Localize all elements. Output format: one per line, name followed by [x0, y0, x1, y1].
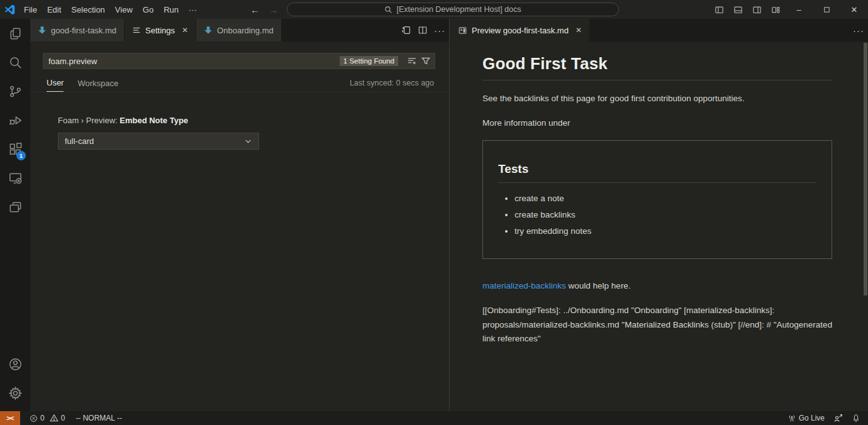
navigate-forward-button[interactable]: →	[269, 4, 278, 15]
search-icon	[384, 6, 392, 14]
results-count-badge: 1 Setting Found	[340, 56, 398, 66]
toggle-secondary-sidebar-button[interactable]	[747, 0, 766, 19]
tab-label: good-first-task.md	[51, 26, 116, 35]
menu-edit[interactable]: Edit	[42, 3, 66, 16]
settings-editor: 1 Setting Found User Workspace Last sync…	[30, 41, 449, 150]
editor-group-left: good-first-task.md Settings ✕ Onboarding…	[30, 19, 450, 411]
vscode-window: File Edit Selection View Go Run ··· ← → …	[0, 0, 868, 425]
link-references-paragraph: [[Onboarding#Tests]: ../Onboarding.md "O…	[482, 304, 835, 346]
open-settings-json-icon[interactable]	[401, 25, 411, 35]
close-tab-icon[interactable]: ✕	[576, 26, 582, 35]
tests-heading: Tests	[498, 162, 816, 183]
menu-more-button[interactable]: ···	[184, 3, 202, 16]
open-preview-icon	[458, 26, 467, 35]
tab-bar-right: Preview good-first-task.md ✕ ···	[450, 19, 868, 41]
tab-settings[interactable]: Settings ✕	[125, 19, 196, 41]
close-tab-icon[interactable]: ✕	[182, 26, 188, 35]
setting-category: Foam › Preview:	[58, 116, 120, 125]
customize-layout-button[interactable]	[766, 0, 785, 19]
filter-icon[interactable]	[421, 56, 431, 66]
feedback-icon	[833, 414, 843, 423]
tab-bar-left: good-first-task.md Settings ✕ Onboarding…	[30, 19, 449, 41]
notifications-button[interactable]	[847, 411, 868, 425]
materialized-backlinks-link[interactable]: materialized-backlinks	[482, 281, 566, 290]
preview-paragraph: More information under	[482, 117, 832, 130]
link-suffix-text: would help here.	[566, 281, 631, 290]
account-icon[interactable]	[0, 350, 30, 378]
broadcast-icon	[787, 414, 796, 422]
command-center-search[interactable]: [Extension Development Host] docs	[287, 3, 619, 16]
tab-label: Preview good-first-task.md	[472, 26, 569, 35]
settings-search-input[interactable]	[48, 57, 340, 66]
embedded-note-card: Tests create a note create backlinks try…	[482, 140, 832, 259]
explorer-icon[interactable]	[0, 19, 30, 48]
source-control-icon[interactable]	[0, 77, 30, 106]
toggle-primary-sidebar-button[interactable]	[709, 0, 728, 19]
vscode-logo-icon	[0, 4, 19, 15]
more-actions-icon[interactable]: ···	[853, 25, 864, 36]
menu-go[interactable]: Go	[138, 3, 159, 16]
extensions-badge: 1	[16, 151, 26, 160]
tab-preview-good-first-task[interactable]: Preview good-first-task.md ✕	[450, 19, 589, 41]
more-actions-icon[interactable]: ···	[434, 25, 445, 36]
activity-bar: 1	[0, 19, 30, 411]
warning-icon	[50, 414, 58, 422]
scope-tab-user[interactable]: User	[47, 78, 64, 92]
clear-search-icon[interactable]	[407, 56, 417, 66]
vim-mode-indicator[interactable]: -- NORMAL --	[69, 414, 128, 422]
tab-label: Onboarding.md	[217, 26, 274, 35]
feedback-button[interactable]	[829, 411, 847, 425]
command-center-label: [Extension Development Host] docs	[396, 5, 521, 14]
extensions-icon[interactable]: 1	[0, 135, 30, 163]
tab-good-first-task[interactable]: good-first-task.md	[30, 19, 124, 41]
error-icon	[30, 414, 38, 422]
dropdown-value: full-card	[65, 136, 94, 146]
tab-onboarding[interactable]: Onboarding.md	[196, 19, 281, 41]
markdown-icon	[204, 26, 213, 35]
divider	[30, 92, 449, 92]
backlinks-paragraph: materialized-backlinks would help here.	[482, 280, 832, 292]
settings-editor-icon	[132, 26, 141, 35]
title-bar: File Edit Selection View Go Run ··· ← → …	[0, 0, 868, 19]
bell-icon	[852, 414, 860, 422]
maximize-window-button[interactable]	[813, 0, 840, 19]
last-synced-label: Last synced: 0 secs ago	[350, 79, 434, 91]
search-sidebar-icon[interactable]	[0, 48, 30, 77]
status-bar: >< 0 0 -- NORMAL -- Go Live	[0, 411, 868, 425]
editor-group-right: Preview good-first-task.md ✕ ··· Good Fi…	[450, 19, 868, 411]
setting-embed-note-type: Foam › Preview: Embed Note Type full-car…	[58, 116, 435, 150]
setting-name: Embed Note Type	[120, 116, 188, 125]
settings-search-box[interactable]: 1 Setting Found	[43, 53, 435, 69]
scope-tab-workspace[interactable]: Workspace	[77, 79, 118, 92]
settings-gear-icon[interactable]	[0, 378, 30, 407]
warning-count: 0	[61, 414, 65, 422]
navigate-back-button[interactable]: ←	[250, 4, 260, 15]
menu-view[interactable]: View	[110, 3, 138, 16]
remote-explorer-icon[interactable]	[0, 163, 30, 192]
preview-paragraph: See the backlinks of this page for good …	[482, 92, 832, 105]
menu-run[interactable]: Run	[159, 3, 184, 16]
markdown-preview[interactable]: Good First Task See the backlinks of thi…	[450, 41, 868, 411]
problems-status[interactable]: 0 0	[25, 411, 69, 425]
embed-note-type-dropdown[interactable]: full-card	[58, 133, 259, 150]
settings-scope-tabs: User Workspace Last synced: 0 secs ago	[43, 78, 435, 92]
preview-scrollbar[interactable]	[864, 43, 867, 295]
windows-icon[interactable]	[0, 192, 30, 221]
menu-selection[interactable]: Selection	[66, 3, 109, 16]
menu-file[interactable]: File	[19, 3, 42, 16]
list-item: try embedding notes	[515, 226, 816, 236]
preview-heading: Good First Task	[482, 54, 832, 80]
error-count: 0	[40, 414, 45, 422]
minimize-window-button[interactable]: –	[785, 0, 813, 19]
remote-indicator[interactable]: ><	[0, 411, 20, 425]
split-editor-icon[interactable]	[418, 25, 428, 35]
close-window-button[interactable]: ✕	[840, 0, 868, 19]
tests-list: create a note create backlinks try embed…	[515, 193, 816, 236]
go-live-label: Go Live	[799, 414, 825, 422]
go-live-button[interactable]: Go Live	[783, 411, 829, 425]
tab-label: Settings	[145, 26, 175, 35]
toggle-panel-button[interactable]	[728, 0, 747, 19]
markdown-icon	[38, 26, 47, 35]
run-debug-icon[interactable]	[0, 106, 30, 135]
chevron-down-icon	[244, 137, 252, 145]
